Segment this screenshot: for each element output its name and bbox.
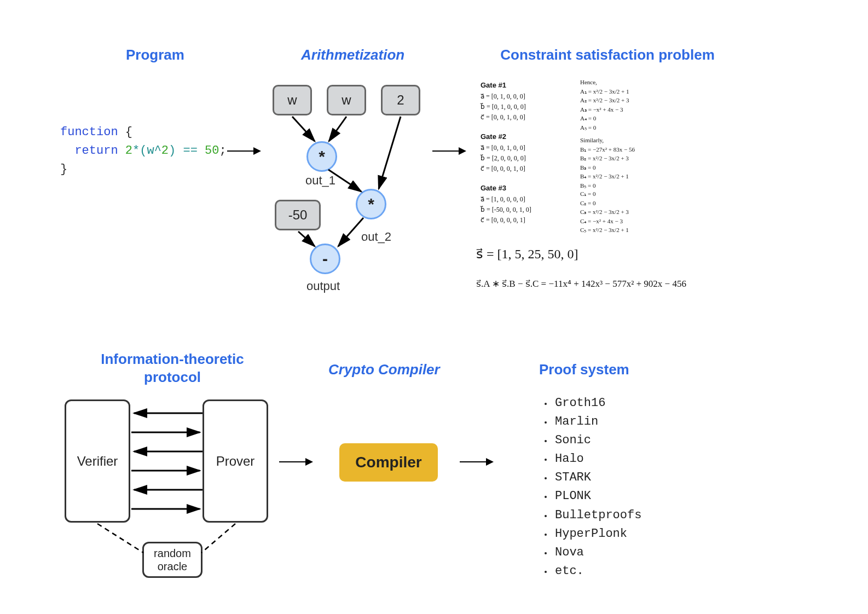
kw-function: function <box>60 125 118 139</box>
verifier-box: Verifier <box>65 399 130 523</box>
proof-item: Sonic <box>545 431 641 450</box>
input-box-w1: w <box>273 85 312 115</box>
compiler-box: Compiler <box>339 443 438 482</box>
arrow-arith-to-csp <box>432 150 465 152</box>
label-out2: out_2 <box>361 230 391 244</box>
input-box-w2: w <box>327 85 366 115</box>
csp-C-polys: C₁ = 0 C₂ = 0 C₃ = x²/2 − 3x/2 + 3 C₄ = … <box>580 189 629 235</box>
gate-sub: - <box>310 244 340 274</box>
svg-line-5 <box>338 218 363 246</box>
brace-open: { <box>118 125 132 139</box>
code-block: function { return 2*(w^2) == 50; } <box>60 123 227 179</box>
title-itp: Information-theoreticprotocol <box>85 350 260 386</box>
csp-gate3: Gate #3 a⃗ = [1, 0, 0, 0, 0] b⃗ = [-50, … <box>481 183 531 225</box>
csp-s-vector: s⃗ = [1, 5, 25, 50, 0] <box>476 246 578 262</box>
proof-item: Bulletproofs <box>545 506 641 525</box>
csp-A-polys: Hence, A₁ = x²/2 − 3x/2 + 1 A₂ = x²/2 − … <box>580 78 629 132</box>
prover-box: Prover <box>202 399 268 523</box>
proof-item: Groth16 <box>545 394 641 413</box>
title-csp: Constraint satisfaction problem <box>471 47 744 63</box>
lit-2b: 2 <box>161 144 169 158</box>
lit-50: 50 <box>205 144 219 158</box>
expr-a: *(w^ <box>132 144 161 158</box>
lit-2a: 2 <box>125 144 132 158</box>
protocol-edges <box>0 0 868 614</box>
svg-line-0 <box>292 117 315 141</box>
proof-item: Marlin <box>545 413 641 431</box>
proof-item: Nova <box>545 543 641 562</box>
svg-line-3 <box>379 117 401 189</box>
semicolon: ; <box>219 144 226 158</box>
brace-close: } <box>60 163 67 176</box>
gate-mul-1: * <box>306 141 337 172</box>
arrow-compiler-to-proofs <box>460 461 493 462</box>
proof-item: HyperPlonk <box>545 525 641 543</box>
title-crypto-compiler: Crypto Compiler <box>328 361 440 378</box>
svg-line-4 <box>298 231 315 246</box>
proof-item: STARK <box>545 468 641 487</box>
input-box-neg50: -50 <box>275 200 321 230</box>
proof-system-list: Groth16 Marlin Sonic Halo STARK PLONK Bu… <box>545 394 641 581</box>
title-arithmetization: Arithmetization <box>301 47 404 63</box>
csp-gate2: Gate #2 a⃗ = [0, 0, 1, 0, 0] b⃗ = [2, 0,… <box>481 131 526 174</box>
label-out1: out_1 <box>305 173 335 188</box>
circuit-edges <box>0 0 868 614</box>
svg-line-13 <box>201 524 235 553</box>
proof-item: PLONK <box>545 487 641 506</box>
title-proof-system: Proof system <box>539 361 629 378</box>
svg-line-12 <box>97 524 143 553</box>
csp-gate1: Gate #1 a⃗ = [0, 1, 0, 0, 0] b⃗ = [0, 1,… <box>481 80 526 123</box>
csp-polynomial: s⃗.A ∗ s⃗.B − s⃗.C = −11x⁴ + 142x³ − 577… <box>476 278 686 289</box>
proof-item: etc. <box>545 562 641 581</box>
label-output: output <box>306 279 340 293</box>
proof-item: Halo <box>545 450 641 468</box>
kw-return: return <box>60 144 125 158</box>
csp-B-polys: Similarly, B₁ = −27x² + 83x − 56 B₂ = x²… <box>580 136 635 190</box>
input-box-2: 2 <box>381 85 420 115</box>
svg-line-1 <box>329 117 346 141</box>
random-oracle-box: randomoracle <box>142 542 202 578</box>
arrow-program-to-arith <box>227 150 260 152</box>
title-program: Program <box>126 47 184 63</box>
expr-b: ) == <box>169 144 205 158</box>
arrow-itp-to-compiler <box>279 461 312 462</box>
gate-mul-2: * <box>356 189 386 219</box>
